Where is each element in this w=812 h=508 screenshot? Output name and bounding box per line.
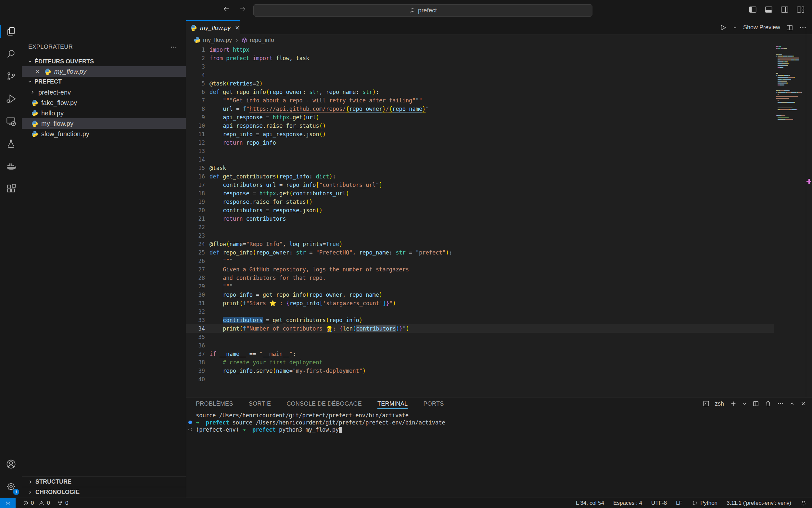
code-line[interactable]: 29 """	[186, 282, 774, 291]
show-preview-button[interactable]: Show Preview	[743, 24, 780, 31]
project-section-header[interactable]: PREFECT	[22, 77, 186, 86]
back-arrow-icon[interactable]	[223, 5, 230, 13]
code-line[interactable]: 23	[186, 231, 774, 240]
breadcrumb-symbol[interactable]: repo_info	[250, 37, 274, 44]
ports-status[interactable]: 0	[57, 500, 68, 506]
code-line[interactable]: 8 url = f"https://api.github.com/repos/{…	[186, 104, 774, 113]
code-line[interactable]: 22	[186, 223, 774, 231]
cursor-position-status[interactable]: L 34, col 54	[576, 500, 604, 506]
code-line[interactable]: 9 api_response = httpx.get(url)	[186, 113, 774, 122]
notifications-bell-icon[interactable]	[800, 500, 807, 506]
toggle-secondary-sidebar-icon[interactable]	[780, 5, 789, 14]
code-line[interactable]: 6def get_repo_info(repo_owner: str, repo…	[186, 88, 774, 96]
kill-terminal-icon[interactable]	[765, 400, 772, 407]
code-line[interactable]: 20 contributors = response.json()	[186, 206, 774, 214]
command-center-search[interactable]: prefect	[253, 4, 592, 16]
close-panel-icon[interactable]	[800, 401, 806, 407]
code-line[interactable]: 33 contributors = get_contributors(repo_…	[186, 316, 774, 324]
code-line[interactable]: 13	[186, 147, 774, 155]
customize-layout-icon[interactable]	[796, 5, 805, 14]
panel-tab-ports[interactable]: PORTS	[423, 397, 444, 410]
split-editor-icon[interactable]	[786, 24, 794, 32]
structure-section-header[interactable]: STRUCTURE	[22, 476, 186, 487]
run-dropdown-chevron-icon[interactable]	[732, 25, 737, 30]
code-line[interactable]: 3	[186, 62, 774, 71]
code-line[interactable]: 19 response.raise_for_status()	[186, 198, 774, 206]
open-editor-item[interactable]: ×my_flow.py	[22, 66, 186, 77]
encoding-status[interactable]: UTF-8	[651, 500, 667, 506]
settings-gear-icon[interactable]: 1	[0, 475, 22, 498]
code-line[interactable]: 2from prefect import flow, task	[186, 54, 774, 62]
sidebar-item-my-flow-py[interactable]: my_flow.py	[22, 118, 186, 129]
code-line[interactable]: 12 return repo_info	[186, 138, 774, 147]
code-line[interactable]: 4	[186, 71, 774, 79]
panel-tab-console-de-d-bogage[interactable]: CONSOLE DE DÉBOGAGE	[286, 397, 362, 410]
forward-arrow-icon[interactable]	[239, 5, 246, 13]
sidebar-item-hello-py[interactable]: hello.py	[22, 108, 186, 118]
code-line[interactable]: 5@task(retries=2)	[186, 79, 774, 88]
code-line[interactable]: 31 print(f"Stars ⭐ : {repo_info['stargaz…	[186, 299, 774, 307]
code-line[interactable]: 36	[186, 341, 774, 350]
panel-more-actions-icon[interactable]	[777, 400, 784, 407]
code-line[interactable]: 15@task	[186, 164, 774, 172]
close-icon[interactable]: ×	[35, 68, 40, 75]
remote-indicator[interactable]	[0, 498, 15, 508]
sidebar-item-prefect-env[interactable]: prefect-env	[22, 87, 186, 97]
code-line[interactable]: 10 api_response.raise_for_status()	[186, 122, 774, 130]
code-line[interactable]: 17 contributors_url = repo_info["contrib…	[186, 181, 774, 189]
toggle-panel-icon[interactable]	[764, 5, 773, 14]
maximize-panel-icon[interactable]	[789, 401, 795, 407]
explorer-more-actions-icon[interactable]	[170, 44, 177, 51]
code-line[interactable]: 32	[186, 307, 774, 316]
code-editor[interactable]: 1import httpx2from prefect import flow, …	[186, 45, 774, 383]
open-editors-section-header[interactable]: ÉDITEURS OUVERTS	[22, 56, 186, 66]
code-line[interactable]: 1import httpx	[186, 45, 774, 54]
code-line[interactable]: 26 """	[186, 257, 774, 265]
panel-tab-probl-mes[interactable]: PROBLÈMES	[196, 397, 233, 410]
panel-tab-terminal[interactable]: TERMINAL	[377, 397, 408, 410]
tab-my-flow[interactable]: my_flow.py ×	[186, 20, 240, 35]
tab-close-icon[interactable]: ×	[235, 24, 239, 32]
language-status[interactable]: Python	[691, 500, 717, 506]
breadcrumb-file[interactable]: my_flow.py	[203, 37, 232, 44]
problems-status[interactable]: 0 0	[23, 500, 50, 506]
source-control-icon[interactable]	[0, 65, 22, 87]
docker-icon[interactable]	[0, 155, 22, 177]
code-line[interactable]: 34 print(f"Number of contributors 👷: {le…	[186, 324, 774, 333]
code-line[interactable]: 39 repo_info.serve(name="my-first-deploy…	[186, 367, 774, 375]
run-debug-icon[interactable]	[0, 87, 22, 110]
run-python-file-icon[interactable]	[719, 24, 727, 32]
sidebar-item-fake-flow-py[interactable]: fake_flow.py	[22, 97, 186, 108]
terminal-dropdown-chevron-icon[interactable]	[742, 401, 747, 406]
code-line[interactable]: 11 repo_info = api_response.json()	[186, 130, 774, 138]
test-beaker-icon[interactable]	[0, 132, 22, 155]
new-terminal-icon[interactable]	[730, 400, 737, 407]
account-icon[interactable]	[0, 453, 22, 475]
remote-explorer-icon[interactable]	[0, 110, 22, 132]
code-line[interactable]: 21 return contributors	[186, 214, 774, 223]
panel-tab-sortie[interactable]: SORTIE	[249, 397, 271, 410]
code-line[interactable]: 38 # create your first deployment	[186, 358, 774, 367]
code-line[interactable]: 25def repo_info(repo_owner: str = "Prefe…	[186, 248, 774, 257]
code-line[interactable]: 30 repo_info = get_repo_info(repo_owner,…	[186, 291, 774, 299]
sidebar-item-slow-function-py[interactable]: slow_function.py	[22, 129, 186, 139]
python-interpreter-status[interactable]: 3.11.1 ('prefect-env': venv)	[727, 500, 791, 506]
eol-status[interactable]: LF	[676, 500, 682, 506]
code-line[interactable]: 35	[186, 333, 774, 341]
split-terminal-icon[interactable]	[752, 400, 759, 407]
explorer-icon[interactable]	[0, 20, 22, 43]
code-line[interactable]: 37if __name__ == "__main__":	[186, 350, 774, 358]
search-sidebar-icon[interactable]	[0, 43, 22, 65]
code-line[interactable]: 16def get_contributors(repo_info: dict):	[186, 172, 774, 181]
code-line[interactable]: 14	[186, 155, 774, 164]
code-line[interactable]: 24@flow(name="Repo Info", log_prints=Tru…	[186, 240, 774, 248]
terminal-output[interactable]: source /Users/henricourdent/git/prefect/…	[186, 412, 812, 433]
code-line[interactable]: 27 Given a GitHub repository, logs the n…	[186, 265, 774, 274]
timeline-section-header[interactable]: CHRONOLOGIE	[22, 487, 186, 497]
code-line[interactable]: 18 response = httpx.get(contributors_url…	[186, 189, 774, 198]
code-line[interactable]: 28 and contributors for that repo.	[186, 274, 774, 282]
extensions-icon[interactable]	[0, 177, 22, 200]
shell-label[interactable]: zsh	[715, 400, 724, 407]
code-line[interactable]: 7 """Get info about a repo - will retry …	[186, 96, 774, 104]
indentation-status[interactable]: Espaces : 4	[613, 500, 642, 506]
